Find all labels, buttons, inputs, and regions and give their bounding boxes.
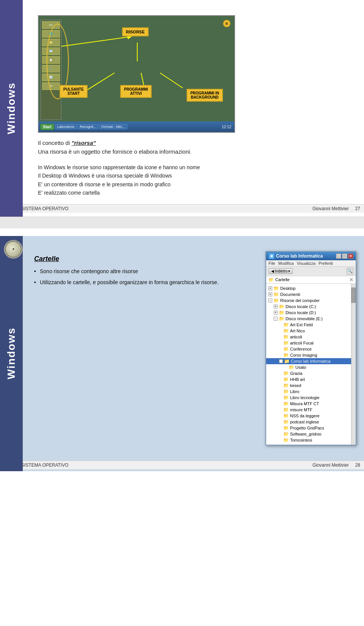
tree-item[interactable]: 📁 Software_gridnio bbox=[266, 431, 356, 437]
folder-icon: 📁 bbox=[283, 431, 289, 437]
tree-item[interactable]: 📁 Progetto GridPacs bbox=[266, 425, 356, 431]
tree-item[interactable]: 📁 Libro tecnologie bbox=[266, 395, 356, 401]
top-right-icon: ⊞ bbox=[223, 20, 231, 27]
tree-item-label: Disco rimovibile (E:) bbox=[286, 316, 323, 321]
tree-item[interactable]: 📁 Misura MTF CT bbox=[266, 401, 356, 407]
expand-button[interactable]: + bbox=[268, 293, 272, 296]
search-button[interactable]: 🔍 bbox=[347, 268, 353, 275]
tree-item[interactable]: +📁 Documenti bbox=[266, 291, 356, 297]
tree-item[interactable]: 📁 podcast inglese bbox=[266, 419, 356, 425]
tree-item[interactable]: 📁 Tomosintesi bbox=[266, 437, 356, 443]
explorer-window[interactable]: 🖥 Corso lab Informatica _ □ ✕ File Modif… bbox=[265, 251, 356, 445]
folder-icon: 📁 bbox=[284, 359, 290, 364]
scrollbar-thumb[interactable] bbox=[351, 288, 356, 303]
folder-icon: 📁 bbox=[283, 419, 289, 425]
slide1-text-section: Il concetto di "risorsa" Una risorsa è u… bbox=[34, 137, 356, 200]
tree-item-label: articoli bbox=[290, 335, 302, 339]
minimize-button[interactable]: _ bbox=[336, 253, 341, 259]
tree-item[interactable]: 📁 kesed bbox=[266, 382, 356, 388]
tree-item[interactable]: 📁 misure MTF bbox=[266, 407, 356, 413]
tree-item[interactable]: +📁 Disco locale (C:) bbox=[266, 304, 356, 310]
tree-item-label: Grazia bbox=[290, 371, 302, 376]
slide-1: ⚜ Windows PC 🌐 📁 📧 📋 🔧 📊 ✉ bbox=[0, 0, 364, 217]
svg-line-2 bbox=[84, 73, 115, 92]
tree-item-label: Libro tecnologie bbox=[290, 395, 320, 400]
tree-item[interactable]: 📁 Corso Imaging bbox=[266, 352, 356, 358]
tree-item[interactable]: -📁 Risorse del computer bbox=[266, 297, 356, 304]
slide-2: ⚜ Windows Cartelle Sono risorse che cont… bbox=[0, 236, 364, 471]
tree-item-label: Art Nico bbox=[290, 329, 305, 333]
explorer-menubar: File Modifica Visualizza Preferiti bbox=[266, 260, 356, 267]
label-risorse: RISORSE bbox=[122, 27, 149, 36]
close-button[interactable]: ✕ bbox=[348, 253, 353, 259]
taskbar-simulation: Start Laboratorio Recognit... Formati - … bbox=[39, 121, 234, 132]
folder-icon: 📁 bbox=[283, 383, 289, 388]
tree-item-label: Documenti bbox=[280, 292, 300, 297]
slide1-vertical-label: Windows bbox=[0, 0, 23, 217]
tree-item[interactable]: -📁 Disco rimovibile (E:) bbox=[266, 316, 356, 322]
cartelle-title: Cartelle bbox=[34, 255, 258, 263]
slide1-footer: Lez. 7 – SISTEMA OPERATIVO Giovanni Mett… bbox=[0, 204, 364, 213]
tree-item[interactable]: 📁 articoli Focal bbox=[266, 340, 356, 346]
scrollbar-track[interactable] bbox=[351, 284, 356, 445]
explorer-titlebar: 🖥 Corso lab Informatica _ □ ✕ bbox=[266, 252, 356, 260]
bullet-list: Sono risorse che contengono altre risors… bbox=[34, 267, 258, 286]
folder-icon: 📁 bbox=[283, 389, 289, 394]
menu-modifica[interactable]: Modifica bbox=[278, 261, 294, 266]
tree-item-label: Usato bbox=[295, 365, 306, 370]
tree-item[interactable]: 📁 Art Nico bbox=[266, 328, 356, 334]
folder-icon: 📁 bbox=[273, 292, 279, 297]
expand-button[interactable]: - bbox=[274, 317, 278, 321]
tree-item-label: Disco locale (C:) bbox=[286, 304, 316, 309]
footer1-page: 27 bbox=[355, 206, 360, 211]
back-button[interactable]: ◀ Indietro ▾ bbox=[268, 268, 293, 274]
menu-file[interactable]: File bbox=[268, 261, 275, 266]
menu-preferiti[interactable]: Preferiti bbox=[318, 261, 333, 266]
tree-item[interactable]: 📁 HHB art bbox=[266, 376, 356, 382]
taskbar-btn-3: Formati - Micr... bbox=[99, 124, 127, 129]
slide1-heading1: Il concetto di "risorsa" bbox=[38, 140, 353, 146]
folder-icon: 📁 bbox=[279, 304, 284, 309]
tree-item-label: Progetto GridPacs bbox=[290, 426, 324, 430]
folder-icon: 📁 bbox=[283, 340, 289, 346]
taskbar-btn-2: Recognit... bbox=[77, 124, 98, 129]
tree-item[interactable]: 📁 Art Ext Field bbox=[266, 322, 356, 328]
tree-item-label: Libro bbox=[290, 389, 299, 394]
svg-line-4 bbox=[160, 73, 183, 88]
folder-icon: 📁 bbox=[283, 371, 289, 376]
slide1-heading2: Una risorsa è un oggetto che fornisce o … bbox=[38, 148, 353, 155]
close-address-icon[interactable]: ✕ bbox=[349, 277, 353, 283]
titlebar-controls[interactable]: _ □ ✕ bbox=[336, 253, 353, 259]
maximize-button[interactable]: □ bbox=[342, 253, 347, 259]
slide-gap bbox=[0, 217, 364, 228]
tree-item[interactable]: 📁 Grazia bbox=[266, 370, 356, 376]
folder-icon: 📁 bbox=[273, 286, 279, 291]
tree-item[interactable]: +📁 Desktop bbox=[266, 285, 356, 291]
tree-item-label: articoli Focal bbox=[290, 341, 314, 345]
tree-item-label: Software_gridnio bbox=[290, 432, 322, 436]
tree-item[interactable]: 📁 Conference bbox=[266, 346, 356, 352]
tree-item[interactable]: 📁 Usato bbox=[266, 364, 356, 370]
tree-item-label: NSS da leggere bbox=[290, 414, 320, 418]
tree-item[interactable]: 📁 NSS da leggere bbox=[266, 413, 356, 419]
tree-item[interactable]: +📁 Disco locale (D:) bbox=[266, 310, 356, 316]
tree-item[interactable]: -📁 Corso lab Informatica bbox=[266, 358, 356, 364]
address-bar: 📁 Cartelle ✕ bbox=[266, 276, 356, 284]
slide2-vertical-label: Windows bbox=[0, 236, 23, 471]
expand-button[interactable]: + bbox=[274, 305, 278, 308]
explorer-icon: 🖥 bbox=[268, 253, 275, 259]
folder-icon: 📁 bbox=[283, 413, 289, 418]
expand-button[interactable]: - bbox=[268, 299, 272, 302]
tree-view: +📁 Desktop+📁 Documenti-📁 Risorse del com… bbox=[266, 284, 356, 445]
folder-icon: 📁 bbox=[273, 298, 279, 303]
diagram-area: PC 🌐 📁 📧 📋 🔧 📊 ✉ bbox=[38, 15, 235, 133]
tree-item[interactable]: 📁 Libro bbox=[266, 388, 356, 395]
tree-item-label: HHB art bbox=[290, 377, 305, 382]
tree-item-label: Desktop bbox=[280, 286, 295, 291]
expand-button[interactable]: + bbox=[274, 311, 278, 315]
expand-button[interactable]: + bbox=[268, 286, 272, 290]
tree-item[interactable]: 📁 articoli bbox=[266, 334, 356, 340]
folder-icon: 📁 bbox=[283, 346, 289, 352]
expand-button[interactable]: - bbox=[279, 359, 283, 363]
menu-visualizza[interactable]: Visualizza bbox=[297, 261, 315, 266]
